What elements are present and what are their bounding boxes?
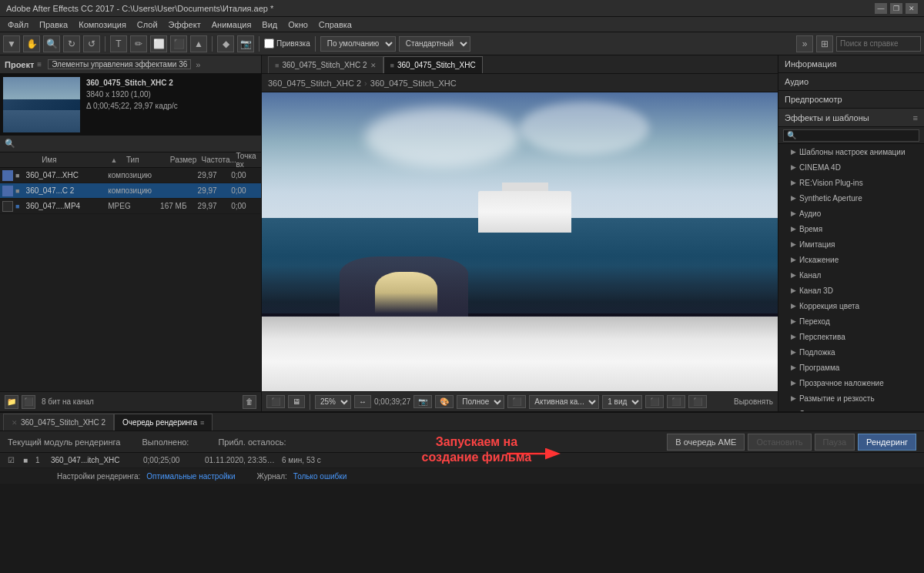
viewer-color-btn[interactable]: 🎨: [435, 395, 454, 408]
zoom-tool[interactable]: 🔍: [43, 35, 60, 52]
effect-item-utility[interactable]: ▶ Программа: [778, 360, 924, 375]
effect-item-channel3d[interactable]: ▶ Канал 3D: [778, 283, 924, 298]
minimize-button[interactable]: —: [875, 3, 887, 14]
help-search-input[interactable]: [836, 36, 921, 52]
puppet-tool[interactable]: ◆: [217, 35, 234, 52]
camera-tool[interactable]: 📷: [237, 35, 254, 52]
project-row-1[interactable]: ■ 360_047...XHC композицию 29,97 0;00: [0, 168, 261, 183]
effect-item-blur[interactable]: ▶ Размытие и резкость: [778, 390, 924, 406]
effect-arrow-4: ▶: [791, 194, 796, 202]
new-comp-btn[interactable]: ⬛: [22, 395, 35, 409]
new-folder-btn[interactable]: 📁: [5, 395, 18, 409]
comp-tab-1[interactable]: ■ 360_0475_Stitch_XHC 2 ✕: [268, 56, 383, 73]
menu-layer[interactable]: Слой: [132, 18, 162, 31]
workspace-standard[interactable]: Стандартный: [399, 36, 470, 52]
effect-item-distort[interactable]: ▶ Искажение: [778, 252, 924, 267]
viewer-zoom-btn[interactable]: ↔: [354, 395, 371, 408]
menu-file[interactable]: Файл: [3, 18, 33, 31]
comp-tab-1-close[interactable]: ✕: [370, 62, 377, 69]
pause-btn[interactable]: Пауза: [815, 434, 855, 451]
breadcrumb-1[interactable]: 360_0475_Stitch_XHC 2: [268, 79, 361, 88]
workspace-expand[interactable]: ⊞: [816, 35, 833, 52]
maximize-button[interactable]: ❐: [890, 3, 902, 14]
viewer-quality-toggle[interactable]: ⬛: [507, 395, 526, 408]
menu-effect[interactable]: Эффект: [164, 18, 206, 31]
viewer-cloud-1: [365, 107, 520, 167]
effect-item-color-correct[interactable]: ▶ Коррекция цвета: [778, 298, 924, 313]
snap-checkbox-label[interactable]: Привязка: [264, 39, 310, 49]
render-btn[interactable]: Рендеринг: [858, 434, 916, 451]
effect-arrow-14: ▶: [791, 348, 796, 356]
viewer-render-btn[interactable]: ⬛: [266, 395, 285, 408]
rq-log-value[interactable]: Только ошибки: [293, 472, 346, 481]
effect-item-simulation[interactable]: ▶ Имитация: [778, 236, 924, 252]
rq-settings-value[interactable]: Оптимальные настройки: [146, 472, 235, 481]
effect-item-transition[interactable]: ▶ Переход: [778, 313, 924, 329]
pen-tool[interactable]: ✏: [130, 35, 147, 52]
expand-arrow[interactable]: »: [196, 60, 200, 69]
menu-composition[interactable]: Композиция: [74, 18, 131, 31]
effect-item-matte[interactable]: ▶ Подложка: [778, 344, 924, 360]
workspace-default[interactable]: По умолчанию: [320, 36, 396, 52]
rq-col-render-check[interactable]: ☑: [5, 456, 20, 464]
rotate-tool[interactable]: ↻: [63, 35, 80, 52]
type-tool[interactable]: T: [110, 35, 127, 52]
comp-icon-2: [2, 186, 13, 196]
effect-arrow-9: ▶: [791, 271, 796, 279]
select-tool[interactable]: ▼: [3, 35, 20, 52]
effect-item-generate[interactable]: ▶ Создать: [778, 406, 924, 411]
menu-help[interactable]: Справка: [314, 18, 357, 31]
comp-tab-2[interactable]: ■ 360_0475_Stitch_XHC: [383, 56, 483, 73]
effect-item-audio[interactable]: ▶ Аудио: [778, 206, 924, 221]
effect-item-revplugins[interactable]: ▶ RE:Vision Plug-ins: [778, 175, 924, 190]
project-row-3[interactable]: ■ 360_047....MP4 MPEG 167 МБ 29,97 0;00: [0, 199, 261, 214]
viewer-view-btn-3[interactable]: ⬛: [688, 395, 707, 408]
stop-btn[interactable]: Остановить: [748, 434, 811, 451]
stamp-tool[interactable]: ▲: [190, 35, 207, 52]
project-search-input[interactable]: [18, 139, 256, 149]
viewer-zoom-select[interactable]: 25%: [315, 395, 351, 409]
viewer-camera-select[interactable]: Активная ка...: [529, 395, 599, 409]
bottom-tab-render[interactable]: Очередь рендеринга ≡: [114, 414, 213, 431]
bottom-tab-comp[interactable]: ✕ 360_0475_Stitch_XHC 2: [3, 414, 114, 431]
effect-item-channel[interactable]: ▶ Канал: [778, 267, 924, 283]
menu-animation[interactable]: Анимация: [207, 18, 256, 31]
audio-title[interactable]: Аудио: [778, 73, 924, 90]
info-title[interactable]: Информация: [778, 55, 924, 72]
menu-window[interactable]: Окно: [283, 18, 313, 31]
viewer-view-btn-2[interactable]: ⬛: [667, 395, 685, 408]
viewer-monitor-btn[interactable]: 🖥: [288, 395, 305, 408]
hand-tool[interactable]: ✋: [23, 35, 40, 52]
viewer-quality-select[interactable]: Полное: [457, 395, 504, 409]
viewer-camera-btn[interactable]: 📷: [413, 395, 432, 408]
row-fps-1: 29,97: [198, 171, 232, 179]
undo-tool[interactable]: ↺: [83, 35, 100, 52]
breadcrumb-2[interactable]: 360_0475_Stitch_XHC: [370, 79, 457, 88]
effect-item-cinema4d[interactable]: ▶ CINEMA 4D: [778, 159, 924, 175]
menu-view[interactable]: Вид: [257, 18, 282, 31]
delete-btn[interactable]: 🗑: [243, 395, 256, 409]
close-button[interactable]: ✕: [906, 3, 918, 14]
preview-title[interactable]: Предпросмотр: [778, 91, 924, 108]
brush-tool[interactable]: ⬛: [170, 35, 187, 52]
viewer-views-select[interactable]: 1 вид: [602, 395, 642, 409]
snap-checkbox[interactable]: [264, 39, 274, 49]
effect-item-keying[interactable]: ▶ Прозрачное наложение: [778, 375, 924, 390]
panel-menu-expand[interactable]: ≡: [37, 60, 42, 69]
effects-control-tab[interactable]: Элементы управления эффектами 36: [48, 59, 191, 69]
viewer-view-btn-1[interactable]: ⬛: [645, 395, 664, 408]
effect-item-synthetic-aperture[interactable]: ▶ Synthetic Aperture: [778, 190, 924, 206]
effect-item-perspective[interactable]: ▶ Перспектива: [778, 329, 924, 344]
effects-search-input[interactable]: [783, 129, 919, 142]
effect-item-time[interactable]: ▶ Время: [778, 221, 924, 236]
effect-item-animation-presets[interactable]: ▶ Шаблоны настроек анимации: [778, 144, 924, 159]
expand-toolbar-button[interactable]: »: [796, 35, 813, 52]
audio-section: Аудио: [778, 73, 924, 91]
menu-edit[interactable]: Правка: [35, 18, 72, 31]
col-header-size: Размер: [170, 156, 202, 164]
effects-menu-icon[interactable]: ≡: [913, 113, 918, 122]
shape-tool[interactable]: ⬜: [150, 35, 167, 52]
ame-queue-btn[interactable]: В очередь AME: [667, 434, 745, 451]
project-empty-space: [0, 214, 261, 391]
project-row-2[interactable]: ■ 360_047...С 2 композицию 29,97 0;00: [0, 183, 261, 199]
